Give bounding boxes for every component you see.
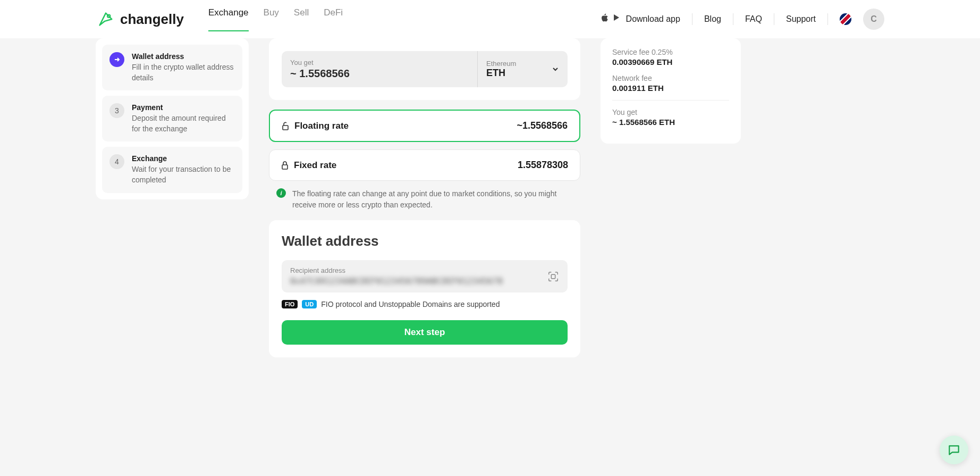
step-title: Payment	[132, 103, 235, 112]
step-exchange[interactable]: 4 Exchange Wait for your transaction to …	[102, 147, 242, 193]
svg-rect-1	[283, 126, 288, 130]
recipient-address-input[interactable]: 0x47C091234ABCDEF0123456789ABCDEF0123456…	[290, 277, 541, 286]
main-column: You get ~ 1.5568566 Ethereum ETH Floatin…	[269, 38, 580, 357]
recipient-label: Recipient address	[290, 266, 541, 274]
arrow-right-icon	[113, 56, 121, 63]
nav-sell[interactable]: Sell	[294, 7, 309, 31]
rate-value: ~1.5568566	[517, 120, 568, 131]
lock-icon	[281, 161, 289, 170]
rate-info-text: The floating rate can change at any poin…	[292, 188, 573, 211]
main-nav: Exchange Buy Sell DeFi	[208, 7, 343, 31]
rate-info: i The floating rate can change at any po…	[269, 188, 580, 211]
qr-scan-icon[interactable]	[547, 271, 559, 282]
next-step-button[interactable]: Next step	[282, 320, 568, 345]
rate-fixed[interactable]: Fixed rate 1.55878308	[269, 149, 580, 181]
step-title: Exchange	[132, 154, 235, 163]
ud-badge: UD	[302, 300, 317, 308]
user-avatar[interactable]: C	[863, 9, 884, 30]
step-desc: Wait for your transaction to be complete…	[132, 164, 235, 185]
step-active-icon	[109, 52, 124, 67]
you-get-box: You get ~ 1.5568566 Ethereum ETH	[282, 51, 568, 87]
play-icon	[612, 13, 621, 25]
network-fee-value: 0.001911 ETH	[612, 83, 729, 93]
rate-label: Fixed rate	[294, 160, 336, 171]
svg-rect-2	[282, 165, 288, 169]
language-flag-icon[interactable]	[840, 13, 851, 25]
step-desc: Fill in the crypto wallet address detail…	[132, 62, 235, 83]
protocol-support-row: FIO UD FIO protocol and Unstoppable Doma…	[282, 300, 568, 308]
you-get-amount: You get ~ 1.5568566	[282, 51, 477, 87]
currency-selector[interactable]: Ethereum ETH	[477, 51, 568, 87]
recipient-address-box: Recipient address 0x47C091234ABCDEF01234…	[282, 260, 568, 293]
summary-panel: Service fee 0.25% 0.00390669 ETH Network…	[601, 38, 741, 144]
page-body: Wallet address Fill in the crypto wallet…	[0, 38, 980, 357]
you-get-value: ~ 1.5568566	[290, 68, 469, 80]
download-app[interactable]: Download app	[601, 13, 680, 25]
nav-faq[interactable]: FAQ	[745, 14, 762, 24]
divider	[827, 13, 828, 25]
step-title: Wallet address	[132, 52, 235, 61]
step-number: 3	[109, 103, 124, 118]
steps-sidebar: Wallet address Fill in the crypto wallet…	[96, 38, 249, 199]
service-fee-value: 0.00390669 ETH	[612, 57, 729, 66]
rate-value: 1.55878308	[518, 160, 568, 171]
step-desc: Deposit the amount required for the exch…	[132, 113, 235, 134]
service-fee-row: Service fee 0.25% 0.00390669 ETH	[612, 48, 729, 66]
rate-label: Floating rate	[294, 121, 349, 131]
divider	[692, 13, 692, 25]
you-get-label: You get	[290, 59, 469, 66]
step-payment[interactable]: 3 Payment Deposit the amount required fo…	[102, 96, 242, 141]
rate-options: Floating rate ~1.5568566 Fixed rate 1.55…	[269, 110, 580, 211]
apple-icon	[601, 13, 609, 25]
currency-symbol: ETH	[486, 68, 516, 79]
download-label: Download app	[626, 14, 680, 24]
fio-badge: FIO	[282, 300, 298, 308]
network-fee-label: Network fee	[612, 74, 729, 82]
you-get-summary-row: You get ~ 1.5568566 ETH	[612, 108, 729, 127]
you-get-card: You get ~ 1.5568566 Ethereum ETH	[269, 38, 580, 100]
step-wallet-address[interactable]: Wallet address Fill in the crypto wallet…	[102, 45, 242, 90]
nav-defi[interactable]: DeFi	[324, 7, 343, 31]
network-fee-row: Network fee 0.001911 ETH	[612, 74, 729, 93]
chevron-down-icon	[552, 65, 559, 73]
rate-floating[interactable]: Floating rate ~1.5568566	[269, 110, 580, 142]
unlock-icon	[282, 122, 289, 130]
nav-exchange[interactable]: Exchange	[208, 7, 249, 31]
logo-icon	[96, 9, 116, 29]
divider	[733, 13, 733, 25]
summary-youget-value: ~ 1.5568566 ETH	[612, 118, 729, 127]
wallet-address-card: Wallet address Recipient address 0x47C09…	[269, 220, 580, 357]
nav-buy[interactable]: Buy	[264, 7, 279, 31]
wallet-heading: Wallet address	[282, 233, 568, 249]
avatar-initial: C	[871, 14, 877, 24]
summary-divider	[612, 100, 729, 101]
nav-blog[interactable]: Blog	[704, 14, 721, 24]
nav-support[interactable]: Support	[786, 14, 816, 24]
header: changelly Exchange Buy Sell DeFi Downloa…	[0, 0, 980, 38]
protocol-text: FIO protocol and Unstoppable Domains are…	[321, 300, 500, 308]
divider	[774, 13, 774, 25]
svg-rect-3	[551, 274, 555, 278]
summary-youget-label: You get	[612, 108, 729, 116]
step-number: 4	[109, 154, 124, 169]
info-icon: i	[276, 188, 286, 198]
header-right: Download app Blog FAQ Support C	[601, 9, 884, 30]
service-fee-label: Service fee 0.25%	[612, 48, 729, 56]
brand-name: changelly	[120, 11, 184, 28]
currency-name: Ethereum	[486, 60, 516, 68]
logo[interactable]: changelly	[96, 9, 184, 29]
